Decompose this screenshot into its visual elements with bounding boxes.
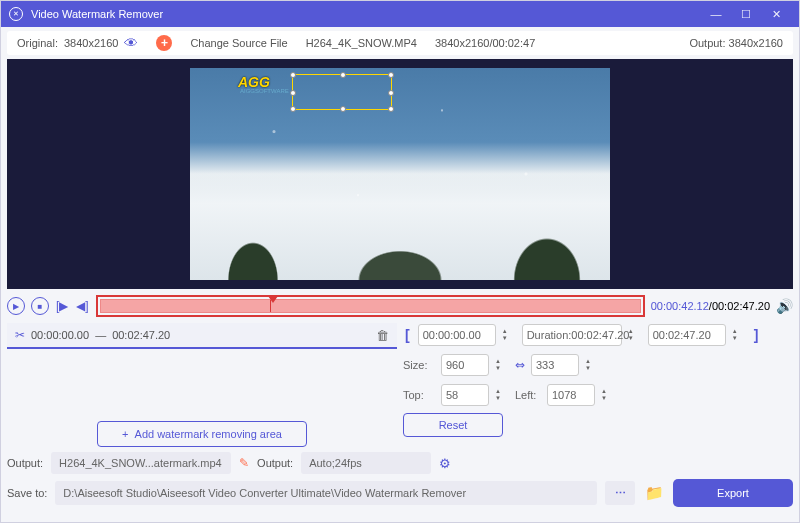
segment-row[interactable]: ✂ 00:00:00.00 — 00:02:47.20 🗑 [7,323,397,349]
trim-end-spinner[interactable]: ▲▼ [732,324,746,346]
app-logo-icon: ✕ [9,7,23,21]
browse-button[interactable]: ⋯ [605,481,635,505]
maximize-button[interactable]: ☐ [731,8,761,21]
trim-start-input[interactable]: 00:00:00.00 [418,324,496,346]
output-filename-box: H264_4K_SNOW...atermark.mp4 [51,452,231,474]
output-resolution: 3840x2160 [729,37,783,49]
delete-segment-icon[interactable]: 🗑 [376,328,389,343]
source-filename: H264_4K_SNOW.MP4 [306,37,417,49]
width-spinner[interactable]: ▲▼ [495,354,509,376]
top-spinner[interactable]: ▲▼ [495,384,509,406]
left-spinner[interactable]: ▲▼ [601,384,615,406]
trim-start-bracket[interactable]: [ [403,327,412,343]
output-file-label: Output: [7,457,43,469]
video-preview[interactable]: AGG AIGGSOFTWARE [190,68,610,280]
original-resolution: 3840x2160 [64,37,118,49]
selection-box[interactable] [292,74,392,110]
segment-dash: — [95,329,106,341]
top-input[interactable]: 58 [441,384,489,406]
save-row: Save to: D:\Aiseesoft Studio\Aiseesoft V… [7,479,793,507]
link-aspect-icon[interactable]: ⇔ [515,358,525,372]
add-source-icon[interactable]: + [156,35,172,51]
output-format-box[interactable]: Auto;24fps [301,452,431,474]
edit-filename-icon[interactable]: ✎ [239,456,249,470]
segment-end: 00:02:47.20 [112,329,170,341]
minimize-button[interactable]: — [701,8,731,20]
add-area-label: Add watermark removing area [135,428,282,440]
trim-end-bracket[interactable]: ] [752,327,761,343]
trim-duration-spinner[interactable]: ▲▼ [628,324,642,346]
source-meta: 3840x2160/00:02:47 [435,37,535,49]
timeline[interactable] [100,299,641,313]
left-input[interactable]: 1078 [547,384,595,406]
app-title: Video Watermark Remover [31,8,163,20]
close-button[interactable]: ✕ [761,8,791,21]
set-end-button[interactable]: ◀] [75,299,89,313]
open-folder-icon[interactable]: 📁 [643,484,665,502]
left-label: Left: [515,389,541,401]
titlebar: ✕ Video Watermark Remover — ☐ ✕ [1,1,799,27]
plus-icon: + [122,428,128,440]
reset-button[interactable]: Reset [403,413,503,437]
save-to-label: Save to: [7,487,47,499]
watermark-subtext: AIGGSOFTWARE [240,88,289,94]
segment-start: 00:00:00.00 [31,329,89,341]
add-area-button[interactable]: + Add watermark removing area [97,421,307,447]
volume-icon[interactable]: 🔊 [776,298,793,314]
video-stage: AGG AIGGSOFTWARE [7,59,793,289]
time-current: 00:00:42.12 [651,300,709,312]
preview-toggle-icon[interactable]: 👁 [124,35,138,51]
width-input[interactable]: 960 [441,354,489,376]
trim-duration-input[interactable]: Duration:00:02:47.20 [522,324,622,346]
playback-controls: ▶ ■ [▶ ◀] 00:00:42.12/00:02:47.20 🔊 [7,293,793,319]
output-format-label: Output: [257,457,293,469]
export-button[interactable]: Export [673,479,793,507]
cut-icon: ✂ [15,328,25,342]
output-label: Output: [689,37,725,49]
output-settings-icon[interactable]: ⚙ [439,456,451,471]
output-row: Output: H264_4K_SNOW...atermark.mp4 ✎ Ou… [7,451,793,475]
height-spinner[interactable]: ▲▼ [585,354,599,376]
trim-start-spinner[interactable]: ▲▼ [502,324,516,346]
play-button[interactable]: ▶ [7,297,25,315]
info-bar: Original: 3840x2160 👁 + Change Source Fi… [7,31,793,55]
save-path-box: D:\Aiseesoft Studio\Aiseesoft Video Conv… [55,481,597,505]
set-start-button[interactable]: [▶ [55,299,69,313]
height-input[interactable]: 333 [531,354,579,376]
timeline-highlight [96,295,645,317]
original-label: Original: [17,37,58,49]
top-label: Top: [403,389,435,401]
trim-end-input[interactable]: 00:02:47.20 [648,324,726,346]
change-source-button[interactable]: Change Source File [190,37,287,49]
size-label: Size: [403,359,435,371]
stop-button[interactable]: ■ [31,297,49,315]
time-total: /00:02:47.20 [709,300,770,312]
